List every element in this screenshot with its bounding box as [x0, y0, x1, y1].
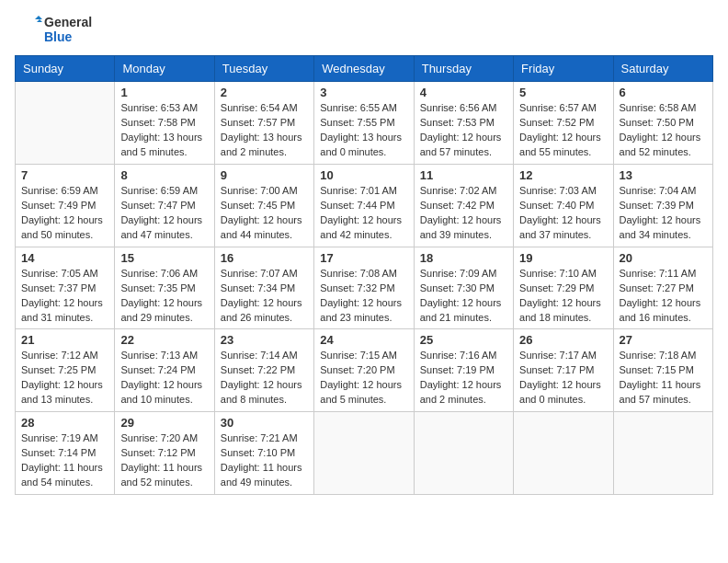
- calendar-cell: 22Sunrise: 7:13 AMSunset: 7:24 PMDayligh…: [115, 329, 214, 412]
- day-info-line: Sunrise: 7:04 AM: [620, 184, 707, 199]
- day-info: Sunrise: 7:13 AMSunset: 7:24 PMDaylight:…: [120, 349, 208, 408]
- calendar-cell: [514, 412, 613, 495]
- day-info-line: Sunrise: 7:19 AM: [21, 431, 108, 446]
- day-info-line: Sunrise: 7:07 AM: [221, 267, 308, 282]
- weekday-header-wednesday: Wednesday: [314, 56, 414, 82]
- calendar-week-3: 14Sunrise: 7:05 AMSunset: 7:37 PMDayligh…: [16, 247, 713, 329]
- weekday-header-row: SundayMondayTuesdayWednesdayThursdayFrid…: [16, 56, 713, 82]
- calendar-cell: 15Sunrise: 7:06 AMSunset: 7:35 PMDayligh…: [115, 247, 214, 329]
- day-info-line: and 5 minutes.: [120, 145, 208, 160]
- day-number: 18: [420, 251, 507, 265]
- day-info-line: Sunrise: 7:03 AM: [519, 184, 607, 199]
- day-info-line: Daylight: 12 hours: [21, 378, 108, 393]
- day-info-line: Sunrise: 6:53 AM: [120, 101, 208, 116]
- weekday-header-tuesday: Tuesday: [214, 56, 313, 82]
- day-number: 13: [620, 168, 707, 182]
- day-info-line: Daylight: 13 hours: [120, 131, 208, 145]
- day-info-line: and 5 minutes.: [320, 393, 407, 408]
- day-info-line: Sunrise: 6:58 AM: [620, 101, 707, 116]
- day-info-line: Sunset: 7:34 PM: [221, 282, 308, 296]
- day-number: 12: [519, 168, 607, 182]
- day-info-line: Sunset: 7:14 PM: [21, 446, 108, 461]
- day-number: 25: [420, 333, 507, 347]
- day-info: Sunrise: 7:09 AMSunset: 7:30 PMDaylight:…: [420, 267, 507, 326]
- day-info-line: and 0 minutes.: [519, 393, 607, 408]
- day-info-line: Sunset: 7:22 PM: [221, 363, 308, 378]
- day-info: Sunrise: 7:12 AMSunset: 7:25 PMDaylight:…: [21, 349, 108, 408]
- day-info-line: Daylight: 12 hours: [420, 378, 507, 393]
- day-info-line: Sunrise: 7:17 AM: [519, 349, 607, 363]
- calendar-cell: 26Sunrise: 7:17 AMSunset: 7:17 PMDayligh…: [514, 329, 613, 412]
- day-info-line: Sunrise: 7:11 AM: [620, 267, 707, 282]
- day-info-line: Sunset: 7:53 PM: [420, 116, 507, 131]
- day-info: Sunrise: 7:14 AMSunset: 7:22 PMDaylight:…: [221, 349, 308, 408]
- day-info-line: and 37 minutes.: [519, 228, 607, 243]
- day-info-line: Sunset: 7:10 PM: [221, 446, 308, 461]
- day-info-line: Sunset: 7:29 PM: [519, 282, 607, 296]
- weekday-header-saturday: Saturday: [613, 56, 712, 82]
- day-info-line: and 54 minutes.: [21, 476, 108, 490]
- calendar-cell: 5Sunrise: 6:57 AMSunset: 7:52 PMDaylight…: [514, 82, 613, 165]
- day-number: 7: [21, 168, 108, 182]
- calendar-cell: 24Sunrise: 7:15 AMSunset: 7:20 PMDayligh…: [314, 329, 414, 412]
- day-info: Sunrise: 7:21 AMSunset: 7:10 PMDaylight:…: [221, 431, 308, 490]
- day-info-line: Sunrise: 6:54 AM: [221, 101, 308, 116]
- day-info-line: Sunset: 7:32 PM: [320, 282, 407, 296]
- day-info: Sunrise: 7:08 AMSunset: 7:32 PMDaylight:…: [320, 267, 407, 326]
- day-info-line: Sunset: 7:19 PM: [420, 363, 507, 378]
- calendar-cell: 29Sunrise: 7:20 AMSunset: 7:12 PMDayligh…: [115, 412, 214, 495]
- calendar-cell: 18Sunrise: 7:09 AMSunset: 7:30 PMDayligh…: [414, 247, 513, 329]
- day-info-line: Daylight: 13 hours: [221, 131, 308, 145]
- day-info-line: Sunset: 7:40 PM: [519, 199, 607, 213]
- day-number: 22: [120, 333, 208, 347]
- calendar-cell: 23Sunrise: 7:14 AMSunset: 7:22 PMDayligh…: [214, 329, 313, 412]
- day-info-line: Daylight: 12 hours: [420, 131, 507, 145]
- day-info-line: Sunrise: 7:15 AM: [320, 349, 407, 363]
- day-info: Sunrise: 7:16 AMSunset: 7:19 PMDaylight:…: [420, 349, 507, 408]
- calendar-cell: 4Sunrise: 6:56 AMSunset: 7:53 PMDaylight…: [414, 82, 513, 165]
- day-number: 26: [519, 333, 607, 347]
- day-info: Sunrise: 7:17 AMSunset: 7:17 PMDaylight:…: [519, 349, 607, 408]
- day-info: Sunrise: 7:03 AMSunset: 7:40 PMDaylight:…: [519, 184, 607, 243]
- calendar-cell: 3Sunrise: 6:55 AMSunset: 7:55 PMDaylight…: [314, 82, 414, 165]
- day-info: Sunrise: 7:15 AMSunset: 7:20 PMDaylight:…: [320, 349, 407, 408]
- day-info: Sunrise: 7:18 AMSunset: 7:15 PMDaylight:…: [620, 349, 707, 408]
- day-info-line: Sunrise: 7:12 AM: [21, 349, 108, 363]
- day-info-line: Sunrise: 6:59 AM: [120, 184, 208, 199]
- day-info-line: Daylight: 12 hours: [21, 296, 108, 311]
- day-number: 11: [420, 168, 507, 182]
- day-info-line: Sunset: 7:17 PM: [519, 363, 607, 378]
- day-info-line: Sunrise: 7:05 AM: [21, 267, 108, 282]
- day-info-line: Sunset: 7:25 PM: [21, 363, 108, 378]
- day-number: 17: [320, 251, 407, 265]
- day-info-line: and 55 minutes.: [519, 145, 607, 160]
- day-info-line: Sunset: 7:37 PM: [21, 282, 108, 296]
- day-number: 29: [120, 416, 208, 430]
- day-info-line: Daylight: 12 hours: [320, 378, 407, 393]
- logo-graphic: [15, 16, 42, 43]
- day-info: Sunrise: 6:54 AMSunset: 7:57 PMDaylight:…: [221, 101, 308, 160]
- day-info-line: Daylight: 12 hours: [420, 296, 507, 311]
- day-info-line: Sunrise: 7:02 AM: [420, 184, 507, 199]
- day-info-line: Sunrise: 7:20 AM: [120, 431, 208, 446]
- day-info-line: Sunset: 7:27 PM: [620, 282, 707, 296]
- day-info-line: Daylight: 12 hours: [420, 213, 507, 228]
- day-number: 2: [221, 86, 308, 99]
- day-number: 8: [120, 168, 208, 182]
- day-info-line: and 2 minutes.: [420, 393, 507, 408]
- calendar-cell: 30Sunrise: 7:21 AMSunset: 7:10 PMDayligh…: [214, 412, 313, 495]
- day-info-line: Sunset: 7:58 PM: [120, 116, 208, 131]
- logo-text: General Blue: [44, 15, 92, 44]
- calendar-cell: 20Sunrise: 7:11 AMSunset: 7:27 PMDayligh…: [613, 247, 712, 329]
- calendar-cell: 19Sunrise: 7:10 AMSunset: 7:29 PMDayligh…: [514, 247, 613, 329]
- calendar-cell: 13Sunrise: 7:04 AMSunset: 7:39 PMDayligh…: [613, 164, 712, 247]
- day-info-line: Sunrise: 7:10 AM: [519, 267, 607, 282]
- day-info-line: Daylight: 12 hours: [221, 378, 308, 393]
- calendar-week-2: 7Sunrise: 6:59 AMSunset: 7:49 PMDaylight…: [16, 164, 713, 247]
- day-info: Sunrise: 6:59 AMSunset: 7:49 PMDaylight:…: [21, 184, 108, 243]
- day-info-line: and 52 minutes.: [120, 476, 208, 490]
- day-number: 9: [221, 168, 308, 182]
- calendar-cell: 21Sunrise: 7:12 AMSunset: 7:25 PMDayligh…: [16, 329, 115, 412]
- day-info-line: and 47 minutes.: [120, 228, 208, 243]
- calendar-cell: 8Sunrise: 6:59 AMSunset: 7:47 PMDaylight…: [115, 164, 214, 247]
